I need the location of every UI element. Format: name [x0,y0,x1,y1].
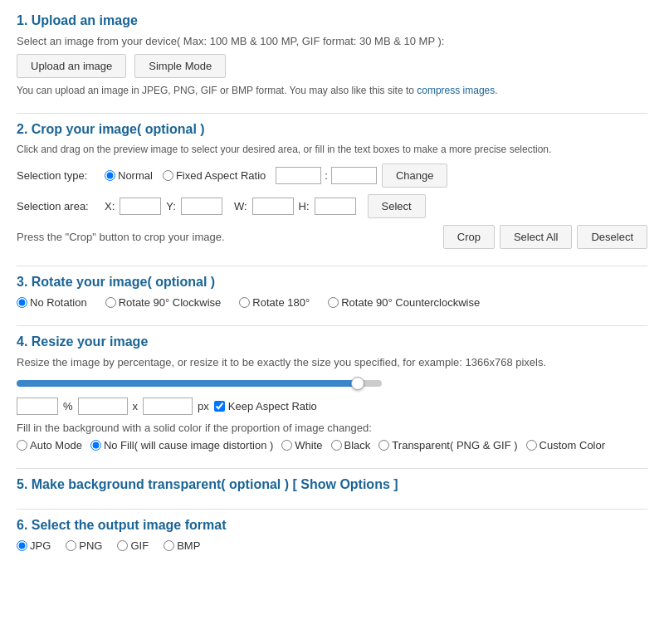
crop-section: 2. Crop your image( optional ) Click and… [17,122,647,249]
y-input[interactable]: 0 [181,198,222,215]
fill-bg-text: Fill in the background with a solid colo… [17,422,647,434]
divider-2 [17,266,647,266]
format-gif-text: GIF [130,539,149,552]
output-format-section: 6. Select the output image format JPG PN… [17,518,647,552]
rotate-ccw90-label[interactable]: Rotate 90° Counterclockwise [328,296,480,309]
selection-type-row: Selection type: Normal Fixed Aspect Rati… [17,163,647,188]
radio-normal-label[interactable]: Normal [105,169,153,182]
rotate-title: 3. Rotate your image( optional ) [17,275,647,290]
change-button[interactable]: Change [382,163,448,188]
fill-no-text: No Fill( will cause image distortion ) [104,439,273,451]
rotate-no-rotation-text: No Rotation [30,296,87,309]
format-bmp-radio[interactable] [164,540,174,551]
rotate-no-rotation-label[interactable]: No Rotation [17,296,87,309]
format-bmp-text: BMP [177,539,200,552]
fill-transparent-label[interactable]: Transparent( PNG & GIF ) [378,439,517,451]
fill-white-text: White [295,439,322,451]
upload-desc: Select an image from your device( Max: 1… [17,35,647,47]
bg-transparent-section: 5. Make background transparent( optional… [17,477,647,492]
divider-3 [17,325,647,326]
fill-options: Auto Mode No Fill( will cause image dist… [17,439,647,451]
select-all-button[interactable]: Select All [500,225,572,249]
divider-1 [17,113,647,114]
width-input[interactable]: 500 [78,398,128,415]
fill-custom[interactable] [526,440,537,451]
fill-white-label[interactable]: White [281,439,322,451]
format-jpg-radio[interactable] [17,540,27,551]
rotate-180[interactable] [239,297,250,308]
percent-input[interactable]: 100 [17,398,58,415]
px-label: px [198,400,209,412]
rotate-ccw90[interactable] [328,297,339,308]
rotate-cw90[interactable] [105,297,116,308]
rotate-180-text: Rotate 180° [252,296,310,309]
radio-fixed[interactable] [163,170,173,181]
crop-title: 2. Crop your image( optional ) [17,122,647,137]
rotate-cw90-label[interactable]: Rotate 90° Clockwise [105,296,222,309]
fill-black[interactable] [331,440,342,451]
compress-images-link[interactable]: compress images. [417,85,497,96]
format-gif-label[interactable]: GIF [117,539,149,552]
format-jpg-text: JPG [30,539,51,552]
radio-fixed-text: Fixed Aspect Ratio [176,169,266,182]
format-gif-radio[interactable] [117,540,128,551]
crop-action-row: Press the "Crop" button to crop your ima… [17,225,647,249]
format-bmp-label[interactable]: BMP [164,539,200,552]
keep-aspect-label[interactable]: Keep Aspect Ratio [214,400,317,412]
rotate-no-rotation[interactable] [17,297,27,308]
crop-button[interactable]: Crop [443,225,495,249]
selection-area-row: Selection area: X: 0 Y: 0 W: 0 H: 0 Sele… [17,194,647,218]
aspect-ratio-inputs: 1366 : 768 [276,167,377,184]
resize-slider-container [17,377,647,389]
height-input[interactable]: 500 [143,398,193,415]
h-label: H: [299,200,310,212]
fill-auto-label[interactable]: Auto Mode [17,439,82,451]
percent-sign: % [63,400,73,412]
fill-custom-label[interactable]: Custom Color [526,439,605,451]
aspect-height-input[interactable]: 768 [331,167,377,184]
fill-no[interactable] [90,440,101,451]
format-jpg-label[interactable]: JPG [17,539,51,552]
resize-inputs-row: 100 % 500 x 500 px Keep Aspect Ratio [17,398,647,415]
upload-note: You can upload an image in JPEG, PNG, GI… [17,85,647,96]
crop-desc: Click and drag on the preview image to s… [17,144,647,155]
resize-slider[interactable] [17,380,382,387]
upload-note-text: You can upload an image in JPEG, PNG, GI… [17,85,417,96]
simple-mode-button[interactable]: Simple Mode [134,54,226,78]
format-png-text: PNG [79,539,102,552]
select-button[interactable]: Select [368,194,426,218]
x-label: X: [105,200,115,212]
fill-auto[interactable] [17,440,27,451]
format-png-radio[interactable] [66,540,76,551]
aspect-width-input[interactable]: 1366 [276,167,321,184]
upload-buttons-row: Upload an image Simple Mode [17,54,647,78]
rotate-180-label[interactable]: Rotate 180° [239,296,310,309]
radio-fixed-label[interactable]: Fixed Aspect Ratio [163,169,266,182]
format-png-label[interactable]: PNG [66,539,102,552]
fill-black-label[interactable]: Black [331,439,371,451]
bg-transparent-title: 5. Make background transparent( optional… [17,477,647,492]
divider-4 [17,468,647,469]
crop-action-buttons: Crop Select All Deselect [443,225,647,249]
x-input[interactable]: 0 [120,198,161,215]
fill-transparent[interactable] [378,440,389,451]
selection-type-label: Selection type: [17,169,100,182]
upload-image-button[interactable]: Upload an image [17,54,126,78]
w-input[interactable]: 0 [252,198,294,215]
fill-auto-text: Auto Mode [30,439,82,451]
keep-aspect-checkbox[interactable] [214,401,225,412]
fill-white[interactable] [281,440,292,451]
crop-press-text: Press the "Crop" button to crop your ima… [17,231,225,243]
resize-title: 4. Resize your image [17,334,647,349]
fill-black-text: Black [344,439,371,451]
radio-normal-text: Normal [118,169,153,182]
fill-no-label[interactable]: No Fill( will cause image distortion ) [90,439,273,451]
w-label: W: [234,200,247,212]
radio-normal[interactable] [105,170,115,181]
divider-5 [17,509,647,510]
fill-custom-text: Custom Color [540,439,605,451]
upload-title: 1. Upload an image [17,13,647,28]
h-input[interactable]: 0 [315,198,356,215]
deselect-button[interactable]: Deselect [577,225,647,249]
upload-section: 1. Upload an image Select an image from … [17,13,647,96]
